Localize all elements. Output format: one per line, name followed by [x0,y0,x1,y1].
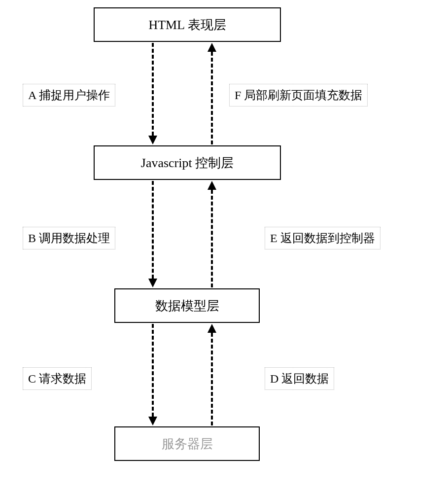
label-f: F 局部刷新页面填充数据 [229,84,368,106]
layer-js: Javascript 控制层 [94,145,281,180]
label-c: C 请求数据 [23,367,92,390]
label-a: A 捕捉用户操作 [23,84,115,106]
label-d: D 返回数据 [265,367,334,390]
layer-html: HTML 表现层 [94,7,281,42]
label-b: B 调用数据处理 [23,227,115,249]
layer-model: 数据模型层 [114,288,260,323]
label-e: E 返回数据到控制器 [265,227,380,249]
layer-server: 服务器层 [114,426,260,461]
